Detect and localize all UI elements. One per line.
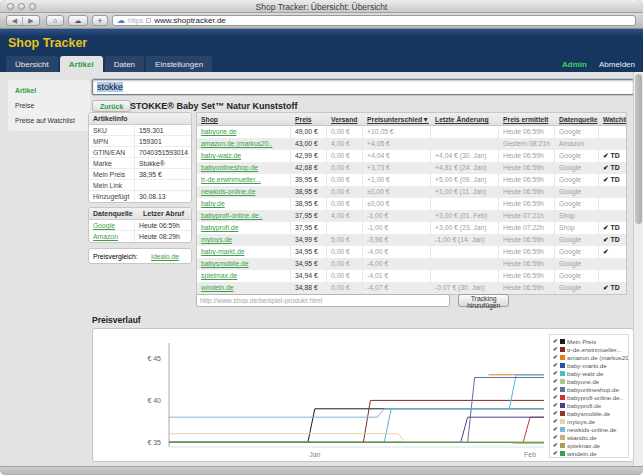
watchlist-cell[interactable]	[599, 270, 626, 282]
shop-link[interactable]: babyonlineshop.de	[197, 162, 291, 174]
tab-artikel[interactable]: Artikel	[60, 56, 103, 72]
source-link[interactable]: Amazon	[89, 231, 135, 242]
legend-checkbox-checked[interactable]: ✔	[553, 441, 558, 449]
page-scrollbar[interactable]	[633, 72, 643, 466]
legend-item[interactable]: ✔windeln.de	[553, 449, 628, 457]
watchlist-cell[interactable]	[599, 186, 626, 198]
legend-checkbox-checked[interactable]: ✔	[553, 425, 558, 433]
legend-checkbox-checked[interactable]: ✔	[553, 385, 558, 393]
new-tab-button[interactable]: +	[92, 15, 108, 26]
legend-checkbox-checked[interactable]: ✔	[553, 345, 558, 353]
app-logo[interactable]: Shop Tracker	[8, 36, 87, 50]
source-cell: Google	[555, 174, 599, 186]
watchlist-cell[interactable]: ✔	[599, 246, 626, 258]
price-cell: 34,95 €	[291, 246, 327, 258]
legend-item[interactable]: ✔Mein Preis	[553, 337, 628, 345]
shop-link[interactable]: newkids-online.de	[197, 186, 291, 198]
table-row: babyprofi.de37,95 €-1,00 €+3,00 € (23. J…	[197, 222, 626, 234]
price-cell: 37,95 €	[291, 222, 327, 234]
cloud-tabs-button[interactable]: ☁	[68, 15, 88, 26]
search-input[interactable]: stokke	[92, 79, 634, 95]
watchlist-cell[interactable]: ✔ TD	[599, 174, 626, 186]
watchlist-cell[interactable]: ✔ TD	[599, 234, 626, 246]
legend-item[interactable]: ✔babyprofi.de	[553, 401, 628, 409]
legend-checkbox-checked[interactable]: ✔	[553, 409, 558, 417]
legend-checkbox-checked[interactable]: ✔	[553, 393, 558, 401]
legend-item[interactable]: ✔babyprofi-online.de..	[553, 393, 628, 401]
col-header-preis[interactable]: Preis	[291, 113, 327, 125]
col-header-datenquelle[interactable]: Datenquelle	[555, 113, 599, 125]
watchlist-cell[interactable]	[599, 138, 626, 150]
tab-übersicht[interactable]: Übersicht	[6, 56, 58, 72]
legend-item[interactable]: ✔babyonlineshop.de	[553, 385, 628, 393]
source-link[interactable]: Google	[89, 220, 135, 231]
add-tracking-button[interactable]: Tracking hinzufügen	[458, 294, 509, 307]
back-icon[interactable]: ◀	[7, 17, 23, 25]
legend-checkbox-checked[interactable]: ✔	[553, 401, 558, 409]
legend-item[interactable]: ✔mytoys.de	[553, 417, 628, 425]
shop-link[interactable]: babyone.de	[197, 126, 291, 138]
shop-link[interactable]: mytoys.de	[197, 234, 291, 246]
legend-checkbox-checked[interactable]: ✔	[553, 369, 558, 377]
admin-link[interactable]: Admin	[562, 60, 587, 69]
tab-daten[interactable]: Daten	[105, 56, 144, 72]
tracking-url-input[interactable]	[196, 294, 450, 307]
shop-link[interactable]: babyprofi-online.de..	[197, 210, 291, 222]
legend-checkbox-checked[interactable]: ✔	[553, 417, 558, 425]
legend-item[interactable]: ✔babyone.de	[553, 377, 628, 385]
watchlist-cell[interactable]: ✔ TD	[599, 282, 626, 294]
legend-checkbox-checked[interactable]: ✔	[553, 449, 558, 457]
shops-table-header: ShopPreisVersandPreisunterschied▼Letzte …	[197, 113, 626, 126]
address-bar[interactable]: ☁ https www.shoptracker.de	[112, 15, 636, 26]
forward-icon[interactable]: ▶	[23, 17, 39, 25]
watchlist-cell[interactable]: ✔ TD	[599, 222, 626, 234]
sidebar-item-artikel[interactable]: Artikel	[8, 83, 90, 98]
comparison-link[interactable]: Idealo.de	[151, 253, 191, 260]
watchlist-cell[interactable]: ✔ TD	[599, 162, 626, 174]
shop-link[interactable]: baby.de	[197, 198, 291, 210]
legend-item[interactable]: ✔skandic.de	[553, 433, 628, 441]
col-header-shop[interactable]: Shop	[197, 113, 291, 125]
col-header-preisunterschied[interactable]: Preisunterschied▼	[363, 113, 431, 125]
legend-item[interactable]: ✔tr-de.erwinmueller...	[553, 345, 628, 353]
legend-item[interactable]: ✔amazon.de (markus20..	[553, 353, 628, 361]
legend-checkbox-checked[interactable]: ✔	[553, 361, 558, 369]
watchlist-cell[interactable]	[599, 198, 626, 210]
legend-checkbox-checked[interactable]: ✔	[553, 353, 558, 361]
fetched-cell: Heute 06:59h	[499, 282, 555, 294]
watchlist-cell[interactable]	[599, 210, 626, 222]
col-header-versand[interactable]: Versand	[327, 113, 363, 125]
legend-item[interactable]: ✔babysmobile.de	[553, 409, 628, 417]
back-to-list-button[interactable]: Zurück	[92, 100, 131, 112]
legend-item[interactable]: ✔baby-markt.de	[553, 361, 628, 369]
shop-link[interactable]: babyprofi.de	[197, 222, 291, 234]
shop-link[interactable]: tr-de.erwinmueller...	[197, 174, 291, 186]
watchlist-cell[interactable]	[599, 258, 626, 270]
shop-link[interactable]: spielmax.de	[197, 270, 291, 282]
sidebar-item-preise-auf-watchlist[interactable]: Preise auf Watchlist	[8, 113, 90, 128]
col-header-preis-ermittelt[interactable]: Preis ermittelt	[499, 113, 555, 125]
shop-link[interactable]: amazon.de (markus20..	[197, 138, 291, 150]
logout-link[interactable]: Abmelden	[599, 60, 635, 69]
legend-checkbox-checked[interactable]: ✔	[553, 337, 558, 345]
col-header-watchlist[interactable]: Watchlist	[599, 113, 626, 125]
legend-item[interactable]: ✔baby-walz.de	[553, 369, 628, 377]
protocol-label: https	[128, 17, 143, 24]
legend-checkbox-checked[interactable]: ✔	[553, 377, 558, 385]
watchlist-cell[interactable]: ✔ TD	[599, 150, 626, 162]
col-header-letzte-nderung[interactable]: Letzte Änderung	[431, 113, 499, 125]
history-buttons: ◀▶	[6, 15, 40, 26]
sidebar-item-preise[interactable]: Preise	[8, 98, 90, 113]
legend-item[interactable]: ✔newkids-online.de	[553, 425, 628, 433]
scrollbar-thumb[interactable]	[635, 74, 642, 224]
tab-einstellungen[interactable]: Einstellungen	[146, 56, 212, 72]
site-cloud-icon: ☁	[117, 17, 125, 25]
shop-link[interactable]: babysmobile.de	[197, 258, 291, 270]
watchlist-cell[interactable]	[599, 126, 626, 138]
legend-item[interactable]: ✔spielmax.de	[553, 441, 628, 449]
shop-link[interactable]: baby-walz.de	[197, 150, 291, 162]
legend-checkbox-checked[interactable]: ✔	[553, 433, 558, 441]
home-button[interactable]: ⌂	[46, 15, 64, 26]
shop-link[interactable]: windeln.de	[197, 282, 291, 294]
shop-link[interactable]: baby-markt.de	[197, 246, 291, 258]
